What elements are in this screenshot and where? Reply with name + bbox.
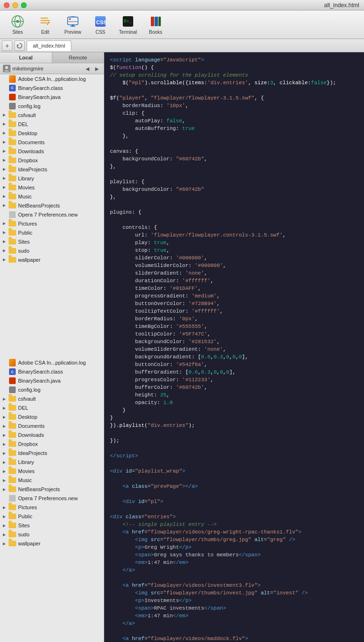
list-item[interactable]: ▶Sites <box>0 521 104 530</box>
list-item[interactable]: ▶Desktop <box>0 128 104 138</box>
list-item[interactable]: ▶IdeaProjects <box>0 165 104 174</box>
file-name: Library <box>18 459 34 465</box>
list-item[interactable]: ▶wallpaper <box>0 539 104 548</box>
edit-button[interactable]: Edit <box>32 13 58 37</box>
class-file-icon: C <box>9 368 16 375</box>
list-item[interactable]: ▶wallpaper <box>0 255 104 264</box>
refresh-button[interactable] <box>14 40 25 51</box>
list-item[interactable]: CBinarySearch.class <box>0 367 104 376</box>
list-item[interactable]: ▶sudo <box>0 530 104 539</box>
list-item[interactable]: ▶IdeaProjects <box>0 449 104 458</box>
file-name: BinarySearch.java <box>18 378 60 384</box>
svg-rect-6 <box>40 22 47 23</box>
list-item[interactable]: ▶Movies <box>0 183 104 192</box>
sites-button[interactable]: Sites <box>5 13 30 37</box>
preview-button[interactable]: Preview <box>60 13 86 37</box>
list-item[interactable]: ▶Documents <box>0 422 104 431</box>
list-item[interactable]: ▶Dropbox <box>0 156 104 165</box>
list-item[interactable]: ▶csfvault <box>0 110 104 119</box>
folder-icon <box>9 202 16 209</box>
list-item[interactable]: BinarySearch.java <box>0 92 104 101</box>
file-name: Pictures <box>18 504 37 510</box>
list-item[interactable]: config.log <box>0 101 104 110</box>
list-item[interactable]: Opera 7 Preferences.new <box>0 494 104 503</box>
special-file-icon <box>9 359 16 366</box>
file-name: Desktop <box>18 130 37 136</box>
file-name: Library <box>18 176 34 181</box>
local-tab[interactable]: Local <box>0 52 52 63</box>
folder-icon <box>9 247 16 255</box>
list-item[interactable]: ▶Music <box>0 192 104 201</box>
terminal-label: Terminal <box>119 30 137 35</box>
folder-icon <box>9 504 16 511</box>
code-editor[interactable]: <script language="JavaScript"> $(functio… <box>104 52 364 642</box>
list-item[interactable]: ▶Public <box>0 228 104 237</box>
folder-icon <box>9 467 16 475</box>
expand-icon: ▶ <box>2 149 7 154</box>
sidebar-tabs: Local Remote <box>0 52 104 63</box>
list-item[interactable]: config.log <box>0 385 104 395</box>
svg-rect-5 <box>40 20 50 21</box>
expand-icon <box>2 360 7 365</box>
list-item[interactable]: Opera 7 Preferences.new <box>0 210 104 219</box>
list-item[interactable]: ▶sudo <box>0 246 104 255</box>
list-item[interactable]: CBinarySearch.class <box>0 83 104 92</box>
expand-icon <box>2 212 7 217</box>
list-item[interactable]: ▶Movies <box>0 467 104 476</box>
nav-back-button[interactable]: ◀ <box>84 65 91 72</box>
active-tab[interactable]: alt_index.html <box>27 40 71 51</box>
file-list-top: Adobe CSA In...pplication.logCBinarySear… <box>0 74 104 358</box>
config-file-icon <box>9 386 16 394</box>
css-button[interactable]: CSS CSS <box>88 13 113 37</box>
svg-rect-18 <box>158 17 161 26</box>
username: mikelongmire <box>12 66 82 71</box>
list-item[interactable]: ▶Library <box>0 174 104 183</box>
terminal-button[interactable]: $>_ Terminal <box>115 13 141 37</box>
nav-forward-button[interactable]: ▶ <box>93 65 101 72</box>
svg-rect-4 <box>40 18 48 19</box>
list-item[interactable]: ▶Public <box>0 512 104 521</box>
list-item[interactable]: ▶Downloads <box>0 147 104 156</box>
list-item[interactable]: ▶NetBeansProjects <box>0 485 104 494</box>
expand-icon: ▶ <box>2 514 7 519</box>
list-item[interactable]: ▶Dropbox <box>0 440 104 449</box>
list-item[interactable]: BinarySearch.java <box>0 376 104 385</box>
expand-icon: ▶ <box>2 487 7 492</box>
folder-icon <box>9 449 16 457</box>
list-item[interactable]: ▶DEL <box>0 119 104 128</box>
folder-icon <box>9 422 16 430</box>
list-item[interactable]: ▶DEL <box>0 404 104 413</box>
expand-icon: ▶ <box>2 230 7 235</box>
list-item[interactable]: ▶Music <box>0 476 104 485</box>
list-item[interactable]: ▶csfvault <box>0 395 104 404</box>
list-item[interactable]: ▶NetBeansProjects <box>0 201 104 210</box>
svg-marker-19 <box>17 44 19 46</box>
file-name: Adobe CSA In...pplication.log <box>18 76 86 82</box>
css-icon: CSS <box>93 14 108 29</box>
list-item[interactable]: Adobe CSA In...pplication.log <box>0 74 104 83</box>
maximize-button[interactable] <box>21 2 27 8</box>
list-item[interactable]: ▶Downloads <box>0 431 104 440</box>
add-tab-button[interactable]: + <box>2 40 12 51</box>
list-item[interactable]: Adobe CSA In...pplication.log <box>0 358 104 367</box>
list-item[interactable]: ▶Documents <box>0 138 104 147</box>
folder-icon <box>9 476 16 484</box>
close-button[interactable] <box>4 2 10 8</box>
file-name: Movies <box>18 468 35 474</box>
list-item[interactable]: ▶Pictures <box>0 503 104 512</box>
expand-icon <box>2 387 7 392</box>
list-item[interactable]: ▶Library <box>0 458 104 467</box>
list-item[interactable]: ▶Desktop <box>0 413 104 422</box>
file-name: csfvault <box>18 112 36 118</box>
main-content: Local Remote mikelongmire ◀ ▶ Adobe CSA … <box>0 52 364 642</box>
list-item[interactable]: ▶Sites <box>0 237 104 246</box>
expand-icon <box>2 378 7 383</box>
remote-tab[interactable]: Remote <box>52 52 104 63</box>
folder-icon <box>9 256 16 264</box>
minimize-button[interactable] <box>12 2 18 8</box>
books-button[interactable]: Books <box>143 13 168 37</box>
expand-icon: ▶ <box>2 415 7 419</box>
expand-icon <box>2 104 7 109</box>
edit-label: Edit <box>41 30 49 35</box>
list-item[interactable]: ▶Pictures <box>0 219 104 228</box>
